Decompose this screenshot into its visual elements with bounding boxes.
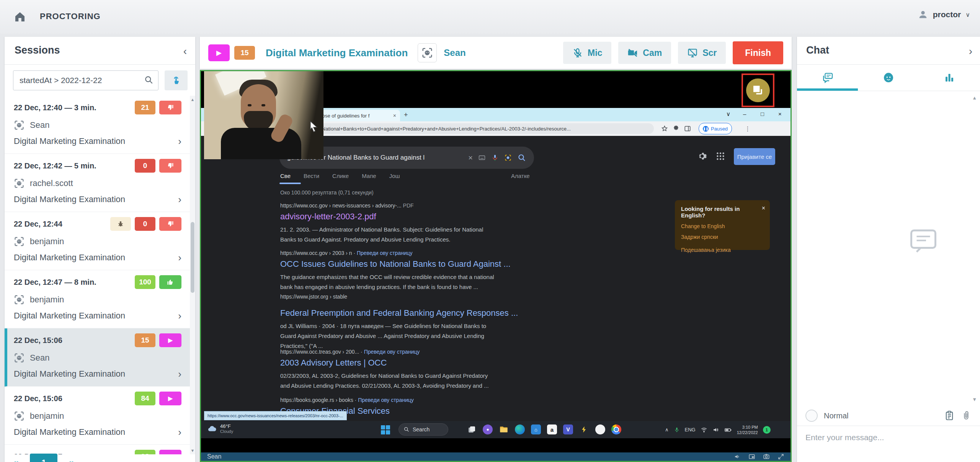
meet-app-icon: ● [482,424,493,435]
session-list-item[interactable]: 22 Dec, 15:07 98 ▶ [5,445,190,454]
user-menu[interactable]: proctor ∨ [918,9,970,20]
app-title: PROCTORING [40,11,101,21]
user-name: proctor [933,10,961,19]
chevron-right-icon: › [178,252,181,264]
tab-face-events[interactable] [858,65,919,91]
session-list-item[interactable]: 22 Dec, 15:06 84 ▶ benjamin Digital Mark… [5,387,190,445]
scroll-down-icon[interactable]: ▼ [972,397,977,402]
search-result: https://www.occ.gov › news-issuances › a… [280,202,525,245]
webcam-video[interactable] [204,71,323,159]
keyboard-icon [478,154,486,162]
mic-label: Mic [588,48,602,58]
change-to-english-link: Change to English [681,223,764,229]
volume-icon [712,426,719,433]
search-result: https://www.occ.gov › 2003 › n · Преведи… [280,250,525,292]
translate-page-link: Преведи ову страницу [364,349,420,355]
session-list-item[interactable]: 22 Dec, 12:42 — 5 min. 0 rachel.scott Di… [5,154,190,212]
session-list-scrollbar[interactable]: ▲ ▼ [190,96,195,454]
window-menu-icon: ∨ [726,111,730,118]
sync-paused-badge: ❚❚ Paused [699,123,732,134]
session-list-item[interactable]: 22 Dec, 12:40 — 3 min. 21 Sean Digital M… [5,96,190,154]
proctoring-app: PROCTORING proctor ∨ Sessions ‹ [0,0,980,462]
task-view-icon [466,424,477,435]
scroll-up-icon[interactable]: ▲ [972,95,977,101]
tab-statistics[interactable] [919,65,980,91]
sessions-header: Sessions ‹ [5,37,195,65]
cam-label: Cam [643,48,662,58]
store-app-icon: ⌂ [530,424,542,435]
screenshot-icon[interactable] [763,453,770,460]
new-tab-icon: + [404,111,408,119]
session-list-item[interactable]: 22 Dec, 12:44 0 benjamin Digital Marketi… [5,212,190,270]
chevron-down-icon: ∨ [965,11,970,18]
tray-mic-icon [674,427,680,433]
window-close-icon: × [778,111,782,117]
finish-button[interactable]: Finish [733,41,783,64]
clipboard-icon[interactable] [944,410,955,421]
pagination-page-1[interactable]: 1 [30,454,57,462]
language-prompt-title: Looking for results in English? [681,206,758,219]
top-header: PROCTORING proctor ∨ [0,0,980,34]
tray-date: 12/22/2022 [737,430,758,435]
session-user: Sean [30,120,49,130]
session-exam: Digital Marketing Examination [14,253,125,263]
cam-off-icon [627,47,638,58]
scrollbar-thumb[interactable] [191,222,194,293]
google-tab-more: Још [389,173,400,179]
extensions-puzzle-icon [673,125,679,132]
volume-control-icon[interactable] [734,453,741,460]
session-list-item-selected[interactable]: 22 Dec, 15:06 15 ▶ Sean Digital Marketin… [5,328,190,387]
google-apps-grid-icon [715,151,725,161]
score-badge: 0 [135,217,155,231]
score-badge: 0 [135,159,155,173]
session-list-item[interactable]: 22 Dec, 12:47 — 8 min. 100 benjamin Digi… [5,270,190,328]
play-indicator[interactable]: ▶ [208,44,230,61]
play-session-button[interactable]: ▶ [159,392,181,405]
touch-filter-button[interactable] [165,70,188,90]
scroll-down-icon[interactable]: ▼ [190,448,195,453]
play-session-button[interactable]: ▶ [159,450,181,454]
system-tray: ∧ ENG 3:10 PM 12/22/2022 1 [665,421,771,438]
expand-panel-icon[interactable]: › [969,45,972,57]
pip-icon[interactable] [748,453,755,460]
google-signin-button: Пријавите се [734,148,775,165]
result-title: advisory-letter-2003-2.pdf [280,212,525,222]
collapse-panel-icon[interactable]: ‹ [183,45,187,57]
play-session-button[interactable]: ▶ [159,333,181,347]
status-url: https://www.occ.gov/news-issuances/news-… [207,413,343,418]
pagination: « 1 » [13,454,75,462]
session-user: rachel.scott [30,178,73,188]
pagination-next-button[interactable]: » [69,457,74,462]
fullscreen-icon[interactable] [777,453,784,460]
weather-temp: 46°F [220,423,233,429]
chrome-browser-icon [611,424,622,435]
sessions-search-row [5,70,195,94]
bug-icon [110,217,131,231]
face-scan-icon [14,411,24,421]
cam-toggle-button[interactable]: Cam [618,42,671,64]
sessions-search-input[interactable] [13,70,158,90]
screen-share-video[interactable]: urpose of guidelines for f × + ∨ – □ × g… [201,71,791,461]
results-stats: Око 100.000 резултата (0,71 секунди) [280,189,374,196]
language-settings-link: Подешавања језика [681,247,764,253]
lens-icon [504,154,512,162]
pagination-prev-button[interactable]: « [13,457,18,462]
session-date: 22 Dec, 12:47 — 8 min. [14,278,96,287]
home-icon[interactable] [13,10,27,24]
sessions-panel: Sessions ‹ 22 Dec, 12:40 — 3 min. [5,37,195,462]
tray-clock: 3:10 PM 12/22/2022 [737,424,758,435]
search-icon[interactable] [144,75,154,85]
face-scan-icon [14,294,24,305]
thumbs-up-icon [159,275,181,289]
chat-message-input[interactable] [797,426,980,462]
scroll-up-icon[interactable]: ▲ [190,97,195,102]
screen-toggle-button[interactable]: Scr [678,42,726,64]
tray-caret-icon: ∧ [665,427,669,433]
mic-toggle-button[interactable]: Mic [563,42,611,64]
result-snippet: The guidance emphasizes that the OCC wil… [280,272,495,292]
tab-chat[interactable] [797,65,858,91]
screen-label: Scr [702,48,717,58]
mode-toggle[interactable] [805,410,818,422]
amazon-app-icon: a [546,424,558,435]
paperclip-icon[interactable] [961,410,972,421]
